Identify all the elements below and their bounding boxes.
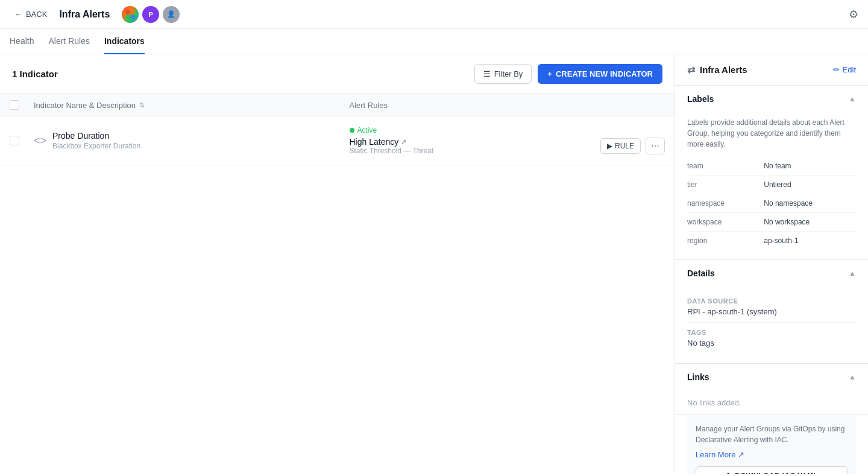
tab-indicators[interactable]: Indicators xyxy=(104,29,145,54)
settings-icon[interactable]: ⚙ xyxy=(849,8,858,21)
page-title: Infra Alerts xyxy=(59,9,110,20)
label-row-tier: tier Untiered xyxy=(687,176,856,194)
details-section: Details ▲ DATA SOURCE RPI - ap-south-1 (… xyxy=(675,260,868,364)
external-link-icon[interactable]: ↗ xyxy=(401,138,406,146)
right-panel: ⇄ Infra Alerts ✏ Edit Labels ▲ Labels pr… xyxy=(675,54,868,474)
create-indicator-button[interactable]: + CREATE NEW INDICATOR xyxy=(538,64,662,84)
links-section-title: Links xyxy=(687,372,709,382)
detail-val-datasource: RPI - ap-south-1 (system) xyxy=(687,307,856,316)
label-val-team: No team xyxy=(764,162,856,170)
row-checkbox-cell xyxy=(10,136,34,145)
rule-button[interactable]: ▶ RULE xyxy=(600,138,641,154)
svg-point-0 xyxy=(126,10,130,14)
colorful-icon xyxy=(125,10,135,19)
back-arrow-icon: ← xyxy=(14,10,22,19)
gitops-text: Manage your Alert Groups via GitOps by u… xyxy=(696,424,848,445)
no-links-message: No links added. xyxy=(687,398,741,407)
active-badge: Active xyxy=(350,126,665,135)
avatar-colored[interactable] xyxy=(122,6,139,23)
rule-icon: ▶ xyxy=(607,142,612,150)
label-row-namespace: namespace No namespace xyxy=(687,194,856,213)
plus-icon: + xyxy=(547,69,552,78)
learn-more-link[interactable]: Learn More ↗ xyxy=(696,450,848,459)
avatar-group: P 👤 xyxy=(122,6,180,23)
select-all-checkbox[interactable] xyxy=(10,100,19,110)
rule-actions: ▶ RULE ⋯ xyxy=(600,138,665,154)
back-button[interactable]: ← BACK xyxy=(10,7,52,21)
tabs-bar: Health Alert Rules Indicators xyxy=(0,29,868,54)
right-panel-title-text: Infra Alerts xyxy=(700,65,747,75)
avatar-gray[interactable]: 👤 xyxy=(163,6,180,23)
edit-button[interactable]: ✏ Edit xyxy=(833,65,856,74)
filter-button[interactable]: ☰ Filter By xyxy=(474,64,532,84)
labels-section-header[interactable]: Labels ▲ xyxy=(675,86,868,112)
links-section-header[interactable]: Links ▲ xyxy=(675,364,868,390)
column-rules-label: Alert Rules xyxy=(350,101,388,110)
rule-btn-label: RULE xyxy=(615,142,634,150)
detail-row-datasource: DATA SOURCE RPI - ap-south-1 (system) xyxy=(687,291,856,323)
indicator-info: Probe Duration Blackbox Exporter Duratio… xyxy=(52,131,140,150)
detail-key-datasource: DATA SOURCE xyxy=(687,297,856,305)
svg-point-1 xyxy=(131,10,135,14)
row-checkbox[interactable] xyxy=(10,136,19,145)
links-section: Links ▲ No links added. xyxy=(675,364,868,415)
labels-chevron-icon: ▲ xyxy=(849,95,856,103)
labels-list: team No team tier Untiered namespace No … xyxy=(687,157,856,250)
sync-icon: ⇄ xyxy=(687,64,695,75)
label-key-namespace: namespace xyxy=(687,199,764,208)
details-section-title: Details xyxy=(687,268,715,278)
rule-subtitle: Static Threshold — Threat xyxy=(350,147,600,155)
labels-description: Labels provide additional details about … xyxy=(687,117,856,150)
more-options-button[interactable]: ⋯ xyxy=(646,138,665,154)
table-header: Indicator Name & Description ⇅ Alert Rul… xyxy=(0,94,675,116)
tab-health[interactable]: Health xyxy=(10,29,34,54)
detail-row-tags: TAGS No tags xyxy=(687,323,856,354)
avatar-p[interactable]: P xyxy=(142,6,159,23)
labels-section: Labels ▲ Labels provide additional detai… xyxy=(675,86,868,260)
label-key-team: team xyxy=(687,162,764,170)
alert-rule-row: High Latency ↗ Static Threshold — Threat… xyxy=(350,137,665,155)
tab-alert-rules[interactable]: Alert Rules xyxy=(48,29,89,54)
download-icon: ⬇ xyxy=(725,472,731,474)
rule-name-text: High Latency xyxy=(350,137,399,147)
active-dot xyxy=(350,128,354,133)
gitops-box: Manage your Alert Groups via GitOps by u… xyxy=(687,415,856,474)
table-row: <> Probe Duration Blackbox Exporter Dura… xyxy=(0,116,675,165)
links-section-content: No links added. xyxy=(675,390,868,414)
code-icon: <> xyxy=(34,135,46,147)
indicator-name-cell: <> Probe Duration Blackbox Exporter Dura… xyxy=(34,131,350,150)
label-key-workspace: workspace xyxy=(687,218,764,226)
rule-name: High Latency ↗ xyxy=(350,137,600,147)
detail-val-tags: No tags xyxy=(687,338,856,347)
checkbox-header[interactable] xyxy=(10,100,34,110)
labels-section-title: Labels xyxy=(687,94,714,104)
sort-icon-name[interactable]: ⇅ xyxy=(139,101,145,109)
edit-label: Edit xyxy=(843,65,856,74)
learn-more-label: Learn More ↗ xyxy=(696,450,744,459)
label-row-workspace: workspace No workspace xyxy=(687,213,856,232)
toolbar: 1 Indicator ☰ Filter By + CREATE NEW IND… xyxy=(0,54,675,94)
label-val-workspace: No workspace xyxy=(764,218,856,226)
alert-rule-cell: Active High Latency ↗ Static Threshold —… xyxy=(350,126,665,155)
label-key-region: region xyxy=(687,236,764,245)
right-panel-header: ⇄ Infra Alerts ✏ Edit xyxy=(675,54,868,86)
download-yaml-button[interactable]: ⬇ DOWNLOAD IAC YAML xyxy=(696,466,848,474)
status-label: Active xyxy=(357,126,377,135)
label-val-namespace: No namespace xyxy=(764,199,856,208)
labels-section-content: Labels provide additional details about … xyxy=(675,112,868,259)
avatar-gray-icon: 👤 xyxy=(167,10,175,18)
details-section-content: DATA SOURCE RPI - ap-south-1 (system) TA… xyxy=(675,287,868,363)
download-label: DOWNLOAD IAC YAML xyxy=(735,472,818,474)
filter-icon: ☰ xyxy=(483,69,491,78)
create-label: CREATE NEW INDICATOR xyxy=(556,69,653,78)
column-name-label: Indicator Name & Description xyxy=(34,101,136,110)
indicator-count: 1 Indicator xyxy=(12,69,58,79)
details-section-header[interactable]: Details ▲ xyxy=(675,260,868,287)
links-chevron-icon: ▲ xyxy=(849,373,856,381)
indicator-description: Blackbox Exporter Duration xyxy=(52,142,140,150)
label-row-team: team No team xyxy=(687,157,856,176)
label-val-tier: Untiered xyxy=(764,180,856,189)
label-row-region: region ap-south-1 xyxy=(687,232,856,250)
column-header-rules: Alert Rules xyxy=(350,100,665,110)
filter-label: Filter By xyxy=(494,69,523,78)
